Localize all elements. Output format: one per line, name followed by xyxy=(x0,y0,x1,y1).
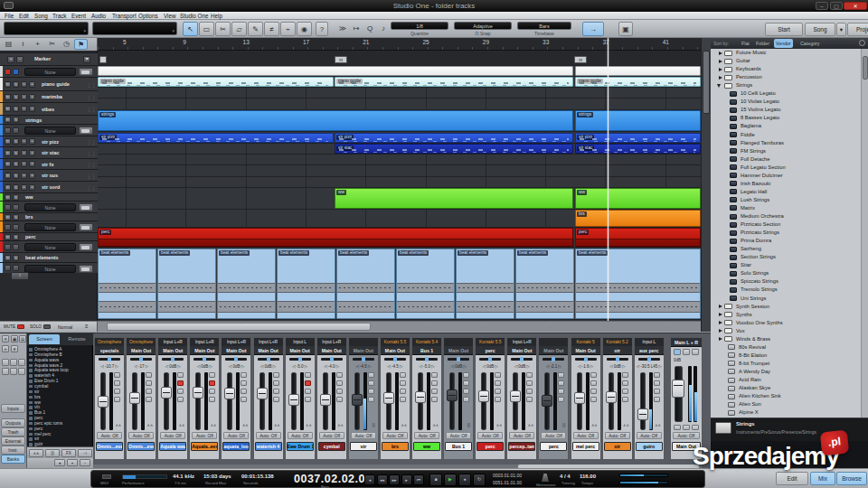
monitor-button[interactable]: • xyxy=(21,81,27,88)
track-row-str pizz[interactable]: ms••str pizz⋮⋮ xyxy=(0,136,98,146)
record-button[interactable]: • xyxy=(29,106,35,112)
folder-icon-button[interactable] xyxy=(79,223,93,231)
play-button[interactable]: ▶ xyxy=(444,474,457,486)
browser-item-spiccato-strings[interactable]: Spiccato Strings xyxy=(711,277,861,286)
group-mute-button[interactable] xyxy=(5,224,11,230)
clock-icon[interactable]: ◷ xyxy=(60,39,73,50)
browser-item-section-strings[interactable]: Section Strings xyxy=(711,253,861,261)
minus-icon[interactable]: − xyxy=(80,459,90,466)
minimize-button[interactable]: – xyxy=(816,2,828,10)
view-option-icon[interactable] xyxy=(18,359,25,366)
solo-button[interactable]: s xyxy=(13,138,19,145)
master-fader-handle[interactable] xyxy=(672,380,684,398)
browser-item-flanged-tamburas[interactable]: Flanged Tamburas xyxy=(711,139,861,147)
mixer-side-instr[interactable]: Instr. xyxy=(1,446,25,455)
master-mini-button[interactable] xyxy=(674,349,681,355)
automation-mode[interactable]: Auto: Off xyxy=(509,432,534,439)
stop-button[interactable]: ■ xyxy=(429,474,442,486)
folder-mute-button[interactable]: m xyxy=(5,234,11,240)
pan-slider[interactable] xyxy=(448,358,469,361)
mute-button[interactable]: m xyxy=(5,106,11,112)
monitor-button[interactable]: • xyxy=(21,94,27,100)
mixer-strip-brs[interactable]: Kontakt 5.5Main Out◁ -4.5 ▷∧∧Auto: Offbr… xyxy=(380,337,410,460)
home-icon[interactable]: ⏮ xyxy=(413,474,424,485)
split-tool[interactable]: ✂ xyxy=(215,22,231,36)
expand-button[interactable]: ⌇ xyxy=(11,272,29,280)
mixer-tab-screen[interactable]: Screen xyxy=(29,334,60,344)
menu-event[interactable]: Event xyxy=(71,12,86,20)
pan-handle[interactable] xyxy=(647,357,651,361)
vertical-scrollbar[interactable] xyxy=(701,38,711,332)
clip-beat-elements[interactable]: beat elements xyxy=(336,249,395,319)
menu-track[interactable]: Track xyxy=(52,12,67,20)
strip-mini-button[interactable] xyxy=(463,372,469,378)
browser-item-full-detache[interactable]: Full Detache xyxy=(711,155,861,164)
menu-options[interactable]: Options xyxy=(138,12,158,20)
browser-item-8-basses-legato[interactable]: 8 Basses Legato xyxy=(711,114,861,122)
group-solo-button[interactable] xyxy=(13,127,19,134)
mixer-strip-perc[interactable]: Kontakt 5.5perc◁ 0dB ▷∧∧Auto: Offperc xyxy=(475,337,505,460)
expand-arrow-icon[interactable] xyxy=(719,321,722,324)
clip-perc[interactable]: perc xyxy=(575,228,701,247)
strip-mini-button[interactable] xyxy=(146,397,152,402)
expand-arrow-icon[interactable] xyxy=(719,76,722,80)
pan-slider[interactable] xyxy=(638,358,660,361)
strip-name[interactable]: waterish 4 xyxy=(255,442,282,451)
strip-mini-button[interactable] xyxy=(622,389,628,394)
marker-tag[interactable] xyxy=(99,56,107,63)
expand-arrow-icon[interactable] xyxy=(719,68,722,71)
pan-handle[interactable] xyxy=(298,357,302,361)
strip-mini-button[interactable] xyxy=(495,389,501,394)
fader-handle[interactable] xyxy=(288,394,299,406)
clip-beat-elements[interactable]: beat elements xyxy=(217,249,276,319)
view-option-icon[interactable] xyxy=(2,368,9,375)
strip-mini-button[interactable] xyxy=(526,389,533,394)
mute-button[interactable]: m xyxy=(5,150,11,156)
close-icon[interactable]: ✕ xyxy=(2,335,9,343)
pan-slider[interactable] xyxy=(193,358,215,361)
mute-button[interactable]: m xyxy=(5,81,11,88)
browser-item-tremolo-strings[interactable]: Tremolo Strings xyxy=(711,286,861,294)
automation-mode[interactable]: Auto: Off xyxy=(128,432,154,439)
strip-mini-button[interactable] xyxy=(209,397,215,402)
pan-slider[interactable] xyxy=(607,358,628,361)
track-row-beat elements[interactable]: msbeat elements xyxy=(0,252,98,262)
arrangement-area[interactable]: mmpiano guidepiano guidepiano guidestrin… xyxy=(98,51,701,321)
pan-handle[interactable] xyxy=(425,357,429,361)
list-icon[interactable]: ▤ xyxy=(2,39,15,50)
strip-mini-button[interactable] xyxy=(463,389,469,394)
strip-mini-button[interactable] xyxy=(495,380,501,386)
plus-icon[interactable]: + xyxy=(67,459,78,466)
fader-track[interactable] xyxy=(227,372,232,430)
pan-handle[interactable] xyxy=(267,357,270,361)
marker-tag[interactable]: m xyxy=(574,56,587,63)
record-button[interactable]: • xyxy=(29,173,35,179)
folder-bus-selector[interactable]: None xyxy=(24,223,76,231)
strip-mini-button[interactable] xyxy=(273,389,279,394)
browser-item-vox[interactable]: Vox xyxy=(711,327,861,335)
menu-audio[interactable]: Audio xyxy=(91,12,106,20)
fader-track[interactable] xyxy=(132,372,137,430)
strip-name[interactable]: guiro xyxy=(636,442,663,451)
pan-handle[interactable] xyxy=(488,357,492,361)
bend-tool[interactable]: ⌁ xyxy=(280,22,296,36)
pan-slider[interactable] xyxy=(289,358,311,361)
strip-mini-button[interactable] xyxy=(114,389,120,394)
strip-mini-button[interactable] xyxy=(400,380,406,386)
browser-item-medium-orchestra[interactable]: Medium Orchestra xyxy=(711,212,861,221)
fader-track[interactable] xyxy=(609,372,614,430)
master-bottom-button[interactable] xyxy=(692,425,699,430)
mixer-strip-guiro[interactable]: Input Laux perc◁ -30.5 L45 ▷∧∧Auto: Offg… xyxy=(634,337,665,460)
levels-icon[interactable]: ||| xyxy=(45,449,60,457)
clip-beat-elements[interactable]: beat elements xyxy=(277,249,335,319)
mixer-strip-mel-perc[interactable]: Kontakt 5Main Out◁ -1.6 ▷∧∧Auto: Offmel … xyxy=(571,337,601,460)
automation-mode[interactable]: Auto: Off xyxy=(541,432,566,439)
pan-slider[interactable] xyxy=(353,358,374,361)
strip-mini-button[interactable] xyxy=(590,389,597,394)
snap-box[interactable]: Adaptive⊡ Snap xyxy=(454,22,512,36)
help-button[interactable]: ? xyxy=(316,22,328,36)
strip-mini-button[interactable] xyxy=(146,380,152,386)
group-solo-button[interactable] xyxy=(13,265,19,271)
solo-button[interactable]: s xyxy=(13,161,19,167)
fader-track[interactable] xyxy=(323,372,328,430)
